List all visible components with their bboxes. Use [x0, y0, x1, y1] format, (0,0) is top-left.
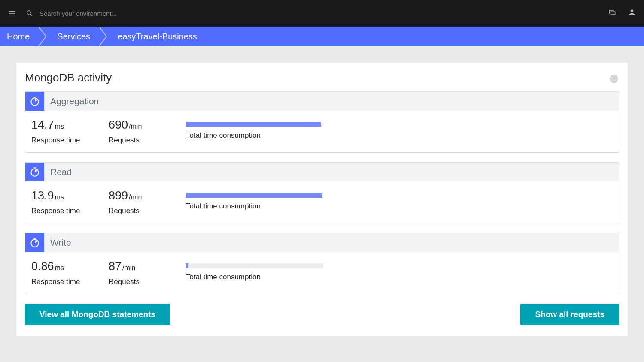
metric-requests: 899 /min Requests: [109, 189, 169, 215]
breadcrumb: Home Services easyTravel-Business: [0, 27, 644, 46]
activity-header: Aggregation: [25, 92, 619, 111]
show-requests-button[interactable]: Show all requests: [520, 304, 619, 325]
stopwatch-icon: [29, 237, 40, 248]
svg-rect-2: [614, 76, 614, 77]
metric-unit: ms: [55, 123, 64, 130]
metric-response-time: 0.86 ms Response time: [31, 260, 91, 286]
bar-track: [186, 193, 323, 198]
metric-total-time: Total time consumption: [186, 260, 323, 281]
user-icon: [628, 8, 636, 17]
activity-icon-box: [25, 92, 44, 111]
metric-label: Response time: [31, 136, 91, 145]
overlapping-windows-icon: [608, 8, 617, 17]
bar-fill: [186, 263, 188, 268]
metric-total-time: Total time consumption: [186, 189, 323, 211]
header-divider: [119, 80, 604, 80]
breadcrumb-separator: [38, 27, 49, 46]
stopwatch-icon: [29, 96, 40, 107]
breadcrumb-label: Home: [7, 32, 30, 42]
breadcrumb-home[interactable]: Home: [0, 27, 38, 46]
metric-requests: 87 /min Requests: [109, 260, 169, 286]
bar-fill: [186, 122, 321, 127]
content-area: MongoDB activity Aggregation 14.7 ms: [0, 46, 644, 353]
metric-response-time: 14.7 ms Response time: [31, 118, 91, 145]
top-bar: [0, 0, 644, 27]
metric-value: 87: [109, 260, 122, 273]
metric-value: 14.7: [31, 118, 54, 132]
metric-total-time: Total time consumption: [186, 118, 323, 140]
metric-value: 0.86: [31, 260, 54, 273]
card-header: MongoDB activity: [25, 71, 619, 84]
menu-button[interactable]: [8, 9, 16, 18]
search-icon: [26, 9, 33, 17]
activity-name: Read: [50, 167, 72, 177]
metric-label: Requests: [109, 278, 169, 286]
mongodb-activity-card: MongoDB activity Aggregation 14.7 ms: [16, 63, 628, 336]
activity-write[interactable]: Write 0.86 ms Response time 87 /min Requ…: [25, 233, 619, 294]
metric-label: Response time: [31, 207, 91, 215]
actions-row: View all MongoDB statements Show all req…: [25, 304, 619, 325]
view-statements-button[interactable]: View all MongoDB statements: [25, 304, 170, 325]
svg-rect-6: [34, 167, 36, 168]
metric-label: Requests: [109, 207, 169, 215]
metric-unit: ms: [55, 193, 64, 201]
metric-label: Total time consumption: [186, 273, 323, 281]
activity-aggregation[interactable]: Aggregation 14.7 ms Response time 690 /m…: [25, 91, 619, 153]
dashboards-button[interactable]: [608, 8, 617, 18]
metric-value: 690: [109, 118, 128, 132]
activity-body: 14.7 ms Response time 690 /min Requests: [25, 111, 619, 152]
metric-response-time: 13.9 ms Response time: [31, 189, 91, 215]
metric-unit: /min: [122, 264, 135, 272]
svg-rect-4: [34, 97, 36, 97]
breadcrumb-label: Services: [57, 32, 90, 42]
metric-requests: 690 /min Requests: [109, 118, 169, 145]
metric-value: 899: [109, 189, 128, 202]
search-input[interactable]: [39, 10, 211, 17]
activity-name: Aggregation: [50, 96, 99, 106]
metric-unit: ms: [55, 264, 64, 272]
topbar-right: [608, 8, 636, 18]
svg-rect-8: [34, 238, 36, 239]
card-title: MongoDB activity: [25, 71, 112, 84]
search-area: [26, 9, 608, 17]
metric-label: Response time: [31, 278, 91, 286]
info-button[interactable]: [609, 74, 619, 84]
svg-rect-1: [614, 78, 614, 81]
stopwatch-icon: [29, 166, 40, 178]
metric-unit: /min: [129, 193, 142, 201]
breadcrumb-separator: [99, 27, 109, 46]
activity-body: 13.9 ms Response time 899 /min Requests: [25, 181, 619, 223]
metric-label: Total time consumption: [186, 131, 323, 140]
breadcrumb-label: easyTravel-Business: [118, 32, 197, 42]
metric-label: Requests: [109, 136, 169, 145]
metric-label: Total time consumption: [186, 202, 323, 211]
bar-fill: [186, 193, 322, 198]
breadcrumb-current[interactable]: easyTravel-Business: [109, 27, 206, 46]
search-button[interactable]: [26, 9, 33, 17]
bar-track: [186, 122, 323, 127]
metric-unit: /min: [129, 123, 142, 130]
info-icon: [609, 74, 619, 84]
activity-icon-box: [25, 163, 44, 181]
activity-icon-box: [25, 233, 44, 252]
breadcrumb-services[interactable]: Services: [49, 27, 99, 46]
user-button[interactable]: [628, 8, 636, 18]
activity-read[interactable]: Read 13.9 ms Response time 899 /min Requ…: [25, 162, 619, 223]
activity-header: Read: [25, 163, 619, 181]
hamburger-icon: [8, 9, 16, 18]
activity-header: Write: [25, 233, 619, 252]
bar-track: [186, 263, 323, 268]
activity-body: 0.86 ms Response time 87 /min Requests: [25, 252, 619, 294]
metric-value: 13.9: [31, 189, 54, 202]
activity-name: Write: [50, 238, 71, 248]
